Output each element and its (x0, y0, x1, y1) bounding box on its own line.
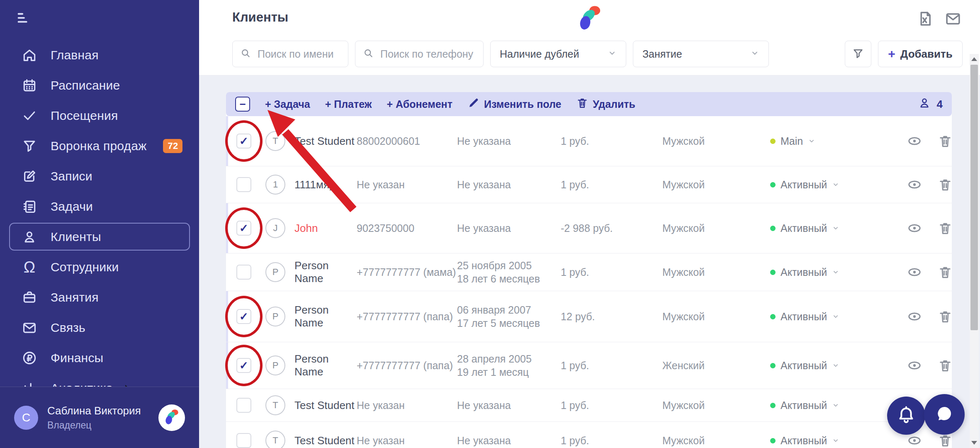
client-name[interactable]: Person Name (294, 259, 357, 285)
person-icon (21, 228, 38, 246)
status-dot (770, 139, 776, 144)
delete-client-icon[interactable] (938, 134, 953, 149)
view-client-icon[interactable] (907, 433, 922, 448)
client-birthdate: 25 ноября 200518 лет 6 месяцев (457, 259, 561, 286)
row-checkbox[interactable]: ✓ (236, 134, 251, 149)
client-phone: +7777777777 (папа) (357, 359, 457, 373)
user-info[interactable]: Саблина Виктория Владелец (47, 404, 158, 431)
search-by-name-field[interactable] (232, 41, 348, 67)
status-dropdown[interactable]: Активный (770, 311, 907, 323)
filter-bar: Наличие дублей Занятие + Добавить (232, 41, 963, 67)
sidebar-item-funnel[interactable]: Воронка продаж 72 (9, 132, 190, 160)
sidebar-item-tasks[interactable]: Задачи (9, 192, 190, 220)
add-client-label: Добавить (900, 48, 953, 61)
delete-client-icon[interactable] (938, 265, 953, 280)
sidebar-item-staff[interactable]: Ω Сотрудники (9, 253, 190, 281)
view-client-icon[interactable] (907, 358, 922, 373)
client-name[interactable]: John (294, 222, 357, 235)
client-name[interactable]: Test Student (294, 399, 357, 412)
add-payment-button[interactable]: + Платеж (325, 98, 372, 110)
add-task-button[interactable]: + Задача (265, 98, 310, 110)
activity-dropdown[interactable]: Занятие (633, 41, 769, 67)
client-gender: Мужской (662, 310, 770, 324)
status-dropdown[interactable]: Активный (770, 360, 907, 372)
delete-client-icon[interactable] (938, 358, 953, 373)
sidebar-item-communication[interactable]: Связь (9, 314, 190, 341)
add-client-button[interactable]: + Добавить (878, 41, 963, 67)
view-client-icon[interactable] (907, 221, 922, 236)
sidebar-item-label: Воронка продаж (51, 139, 146, 153)
client-gender: Женский (662, 359, 770, 373)
selected-count-value: 4 (937, 98, 943, 111)
client-name[interactable]: Test Student (294, 434, 357, 447)
status-label: Активный (781, 179, 827, 191)
status-dropdown[interactable]: Активный (770, 179, 907, 191)
duplicates-dropdown[interactable]: Наличие дублей (490, 41, 626, 67)
client-name[interactable]: 1111мяу (294, 178, 357, 191)
chat-button[interactable] (924, 394, 965, 435)
row-checkbox[interactable] (236, 433, 251, 448)
status-dropdown[interactable]: Активный (770, 222, 907, 234)
edit-icon (21, 168, 38, 185)
delete-client-icon[interactable] (938, 433, 953, 448)
trash-icon (576, 97, 588, 112)
sidebar-item-visits[interactable]: Посещения (9, 102, 190, 129)
sidebar-item-label: Расписание (51, 78, 120, 93)
client-name[interactable]: Person Name (294, 304, 357, 329)
filter-button[interactable] (845, 41, 871, 67)
table-row: ✓ P Person Name +7777777777 (папа) 28 ап… (226, 342, 952, 389)
user-name: Саблина Виктория (47, 404, 158, 417)
row-checkbox[interactable] (236, 398, 251, 413)
client-name[interactable]: Person Name (294, 353, 357, 378)
selected-count: 4 (918, 96, 943, 112)
check-icon (21, 107, 38, 124)
edit-field-button[interactable]: Изменить поле (467, 97, 561, 112)
status-dropdown[interactable]: Активный (770, 266, 907, 278)
status-dropdown[interactable]: Активный (770, 399, 907, 411)
row-checkbox[interactable]: ✓ (236, 358, 251, 373)
row-checkbox[interactable]: ✓ (236, 221, 251, 236)
delete-client-icon[interactable] (938, 177, 953, 192)
view-client-icon[interactable] (907, 134, 922, 149)
sidebar-item-finance[interactable]: Финансы (9, 344, 190, 372)
view-client-icon[interactable] (907, 265, 922, 280)
status-label: Main (781, 135, 803, 147)
status-dropdown[interactable]: Активный (770, 435, 907, 447)
status-dot (770, 314, 776, 319)
user-avatar[interactable]: С (14, 406, 38, 430)
mail-icon[interactable] (944, 10, 962, 27)
topbar: Клиенты Наличие дублей (199, 0, 980, 75)
scroll-down-arrow[interactable] (971, 441, 977, 445)
search-by-phone-input[interactable] (379, 48, 476, 61)
row-checkbox[interactable]: ✓ (236, 309, 251, 324)
delete-client-icon[interactable] (938, 309, 953, 324)
client-name[interactable]: Test Student (294, 135, 357, 148)
search-by-name-input[interactable] (257, 48, 340, 61)
row-checkbox[interactable] (236, 177, 251, 192)
sidebar-toggle-button[interactable] (12, 7, 36, 31)
client-avatar: T (265, 431, 285, 448)
sidebar-item-records[interactable]: Записи (9, 162, 190, 190)
view-client-icon[interactable] (907, 309, 922, 324)
select-all-checkbox[interactable]: − (235, 97, 250, 112)
status-dropdown[interactable]: Main (770, 135, 907, 147)
client-phone: 9023750000 (357, 222, 457, 235)
scroll-up-arrow[interactable] (971, 57, 977, 61)
sidebar-item-clients[interactable]: Клиенты (9, 223, 190, 251)
user-role: Владелец (47, 420, 158, 431)
sidebar-item-lessons[interactable]: Занятия (9, 283, 190, 311)
delete-client-icon[interactable] (938, 221, 953, 236)
sidebar-item-schedule[interactable]: Расписание (9, 71, 190, 99)
delete-button[interactable]: Удалить (576, 97, 635, 112)
scrollbar-thumb[interactable] (970, 65, 978, 330)
view-client-icon[interactable] (907, 177, 922, 192)
notifications-button[interactable] (887, 397, 925, 435)
sidebar-item-home[interactable]: Главная (9, 41, 190, 69)
export-excel-icon[interactable] (916, 10, 934, 27)
row-checkbox[interactable] (236, 265, 251, 280)
search-by-phone-field[interactable] (355, 41, 484, 67)
sidebar-item-label: Посещения (51, 109, 118, 123)
table-row: ✓ J John 9023750000 Не указана -2 988 ру… (226, 203, 952, 253)
client-balance: 1 руб. (561, 399, 662, 412)
add-subscription-button[interactable]: + Абонемент (387, 98, 452, 110)
